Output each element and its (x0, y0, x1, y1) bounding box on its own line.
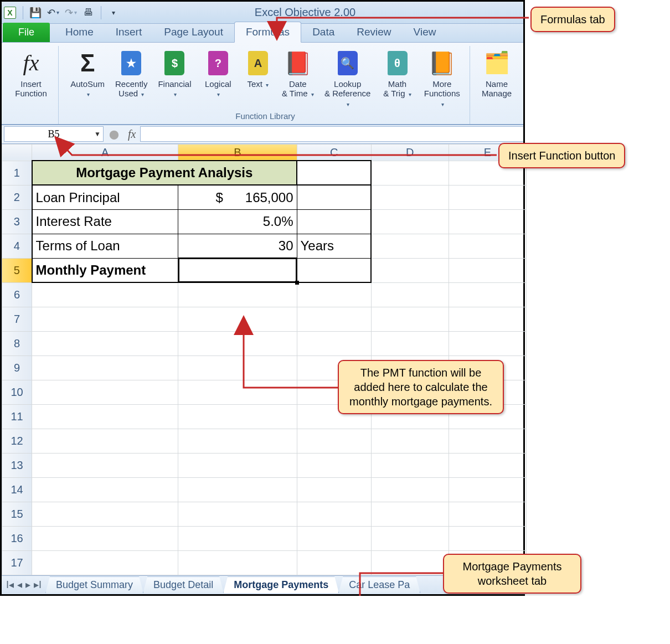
sheet-tab-car-lease-pa[interactable]: Car Lease Pa (338, 576, 420, 593)
cell[interactable] (32, 429, 178, 453)
cell[interactable] (297, 550, 371, 575)
cell-C3[interactable] (297, 209, 371, 234)
name-box[interactable]: B5 ▼ (4, 126, 104, 142)
cell[interactable] (297, 526, 371, 550)
cell[interactable] (371, 209, 449, 234)
row-header-5[interactable]: 5 (2, 258, 32, 282)
cell[interactable] (178, 550, 297, 575)
row-header-11[interactable]: 11 (2, 404, 32, 429)
cell[interactable] (32, 380, 178, 404)
select-all-corner[interactable] (2, 144, 32, 161)
cell[interactable] (178, 453, 297, 477)
cell-B5[interactable] (178, 258, 297, 282)
cell[interactable] (371, 185, 449, 209)
cell-A4[interactable]: Terms of Loan (32, 234, 178, 258)
cell[interactable] (371, 453, 449, 477)
cell[interactable] (178, 477, 297, 502)
math-trig-button[interactable]: θMath& Trig ▾ (379, 46, 416, 109)
cell[interactable] (449, 307, 526, 331)
qat-save-button[interactable]: 💾 (28, 5, 43, 20)
lookup-reference-button[interactable]: 🔍Lookup& Reference ▾ (319, 46, 376, 109)
cell[interactable] (32, 282, 178, 307)
fx-label-icon[interactable]: fx (128, 128, 136, 141)
cell[interactable] (449, 453, 526, 477)
sheet-tab-budget-summary[interactable]: Budget Summary (45, 576, 143, 593)
cell[interactable] (371, 161, 449, 185)
qat-customize-button[interactable]: ▾ (106, 5, 121, 20)
cell[interactable] (297, 307, 371, 331)
row-header-10[interactable]: 10 (2, 380, 32, 404)
cell[interactable] (32, 404, 178, 429)
nav-next-icon[interactable]: ▸ (24, 579, 32, 591)
cell-B2[interactable]: $ 165,000 (178, 185, 297, 209)
recently-used-button[interactable]: ★RecentlyUsed ▾ (113, 46, 150, 109)
cell[interactable] (178, 404, 297, 429)
nav-last-icon[interactable]: ▸I (33, 579, 43, 591)
qat-undo-button[interactable]: ↶▾ (45, 5, 61, 20)
row-header-2[interactable]: 2 (2, 185, 32, 209)
cell[interactable] (297, 429, 371, 453)
cell-B4[interactable]: 30 (178, 234, 297, 258)
chevron-down-icon[interactable]: ▼ (94, 130, 101, 138)
col-header-A[interactable]: A (32, 144, 178, 161)
date-time-button[interactable]: 📕Date& Time ▾ (280, 46, 316, 109)
row-header-3[interactable]: 3 (2, 209, 32, 234)
autosum-button[interactable]: ΣAutoSum ▾ (65, 46, 110, 109)
cell-B3[interactable]: 5.0% (178, 209, 297, 234)
cell[interactable] (32, 477, 178, 502)
cell[interactable] (297, 282, 371, 307)
row-header-17[interactable]: 17 (2, 550, 32, 575)
cell[interactable] (32, 550, 178, 575)
cell[interactable] (32, 526, 178, 550)
row-header-9[interactable]: 9 (2, 356, 32, 380)
name-manager-button[interactable]: 🗂️ Name Manage (477, 46, 517, 100)
row-header-14[interactable]: 14 (2, 477, 32, 502)
sheet-tab-budget-detail[interactable]: Budget Detail (143, 576, 224, 593)
cell[interactable] (297, 453, 371, 477)
nav-prev-icon[interactable]: ◂ (16, 579, 23, 591)
row-header-15[interactable]: 15 (2, 502, 32, 526)
insert-function-button[interactable]: fx Insert Function (8, 46, 54, 100)
cell[interactable] (449, 526, 526, 550)
cell[interactable] (178, 502, 297, 526)
cell[interactable] (449, 234, 526, 258)
row-header-12[interactable]: 12 (2, 429, 32, 453)
col-header-B[interactable]: B (178, 144, 297, 161)
cell[interactable] (32, 307, 178, 331)
tab-formulas[interactable]: Formulas (234, 22, 301, 43)
tab-page-layout[interactable]: Page Layout (153, 22, 234, 42)
tab-review[interactable]: Review (346, 22, 402, 42)
nav-first-icon[interactable]: I◂ (5, 579, 15, 591)
cell-C2[interactable] (297, 185, 371, 209)
qat-redo-button[interactable]: ↷▾ (63, 5, 79, 20)
cell[interactable] (371, 258, 449, 282)
tab-home[interactable]: Home (54, 22, 105, 42)
cell[interactable] (178, 331, 297, 356)
cell[interactable] (371, 526, 449, 550)
sheet-tab-mortgage-payments[interactable]: Mortgage Payments (223, 576, 339, 593)
row-header-6[interactable]: 6 (2, 282, 32, 307)
cell[interactable] (449, 477, 526, 502)
file-tab[interactable]: File (3, 23, 50, 42)
row-header-16[interactable]: 16 (2, 526, 32, 550)
row-header-13[interactable]: 13 (2, 453, 32, 477)
cell[interactable] (178, 356, 297, 380)
row-header-4[interactable]: 4 (2, 234, 32, 258)
cell[interactable] (178, 282, 297, 307)
cell[interactable] (297, 502, 371, 526)
cell[interactable] (449, 209, 526, 234)
cell[interactable] (178, 380, 297, 404)
cell[interactable] (449, 185, 526, 209)
row-header-7[interactable]: 7 (2, 307, 32, 331)
text-button[interactable]: AText ▾ (240, 46, 276, 109)
cell[interactable] (449, 331, 526, 356)
cell[interactable] (178, 307, 297, 331)
cell[interactable] (32, 356, 178, 380)
cell[interactable] (371, 550, 449, 575)
tab-view[interactable]: View (403, 22, 447, 42)
formula-input[interactable] (140, 126, 523, 142)
cell[interactable] (449, 502, 526, 526)
cell[interactable] (371, 234, 449, 258)
cell[interactable] (297, 477, 371, 502)
sheet-nav-buttons[interactable]: I◂ ◂ ▸ ▸I (2, 579, 46, 591)
